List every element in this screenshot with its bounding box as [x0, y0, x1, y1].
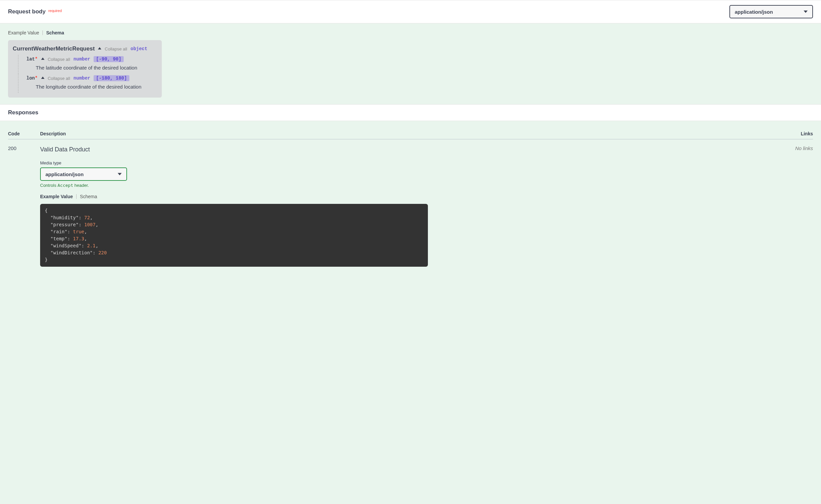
response-code: 200 [8, 145, 40, 267]
prop-type: number [74, 56, 90, 62]
chevron-up-icon[interactable] [41, 57, 44, 60]
collapse-all-link[interactable]: Collapse all [48, 57, 70, 62]
required-star: * [35, 56, 37, 62]
prop-description: The latitude coordinate of the desired l… [28, 64, 158, 73]
tab-separator [42, 30, 43, 35]
collapse-all-link[interactable]: Collapse all [105, 46, 127, 51]
chevron-up-icon[interactable] [41, 77, 44, 79]
schema-property-lon: lon* Collapse all number [-180, 180] The… [18, 74, 158, 93]
body-tabs: Example Value Schema [8, 30, 813, 35]
responses-header: Responses [0, 104, 821, 121]
prop-range: [-90, 90] [94, 56, 124, 62]
tab-example-value[interactable]: Example Value [8, 30, 39, 35]
accept-hint-suffix: header. [73, 183, 89, 188]
col-code: Code [8, 131, 40, 136]
response-links: No links [766, 145, 813, 267]
example-code-block[interactable]: { "humidity": 72, "pressure": 1007, "rai… [40, 204, 428, 267]
schema-type: object [131, 46, 147, 51]
prop-key: lon [26, 76, 35, 81]
accept-hint-mono: Accept [57, 183, 73, 188]
accept-hint: Controls Accept header. [40, 183, 766, 188]
tab-schema[interactable]: Schema [46, 30, 64, 35]
schema-property-lat: lat* Collapse all number [-90, 90] The l… [18, 55, 158, 74]
chevron-down-icon [804, 11, 808, 13]
collapse-all-link[interactable]: Collapse all [48, 76, 70, 81]
prop-type: number [74, 76, 90, 81]
prop-key: lat [26, 56, 35, 62]
responses-table-head: Code Description Links [8, 128, 813, 139]
chevron-up-icon[interactable] [98, 47, 101, 49]
media-type-value: application/json [45, 171, 84, 177]
col-description: Description [40, 131, 766, 136]
response-row: 200 Valid Data Product Media type applic… [8, 139, 813, 267]
chevron-down-icon [118, 173, 122, 175]
prop-description: The longitude coordinate of the desired … [28, 83, 158, 92]
prop-range: [-180, 180] [94, 75, 129, 81]
response-main: Valid Data Product Media type applicatio… [40, 145, 766, 267]
tab-separator [76, 194, 77, 199]
content-type-select[interactable]: application/json [729, 5, 813, 18]
responses-title: Responses [8, 109, 38, 116]
required-badge: required [48, 9, 62, 13]
media-type-label: Media type [40, 160, 766, 165]
request-body-header: Request body required application/json [0, 0, 821, 23]
response-description: Valid Data Product [40, 145, 766, 160]
accept-hint-prefix: Controls [40, 183, 57, 188]
request-body-content: Example Value Schema CurrentWeatherMetri… [0, 23, 821, 104]
tab-schema[interactable]: Schema [80, 194, 97, 199]
schema-name: CurrentWeatherMetricRequest [13, 45, 95, 52]
schema-panel: CurrentWeatherMetricRequest Collapse all… [8, 40, 162, 98]
responses-body: Code Description Links 200 Valid Data Pr… [0, 121, 821, 273]
response-tabs: Example Value Schema [40, 194, 766, 199]
request-body-title: Request body [8, 8, 45, 15]
media-type-select[interactable]: application/json [40, 167, 127, 181]
required-star: * [35, 76, 37, 81]
content-type-value: application/json [735, 9, 773, 15]
tab-example-value[interactable]: Example Value [40, 194, 73, 199]
col-links: Links [766, 131, 813, 136]
